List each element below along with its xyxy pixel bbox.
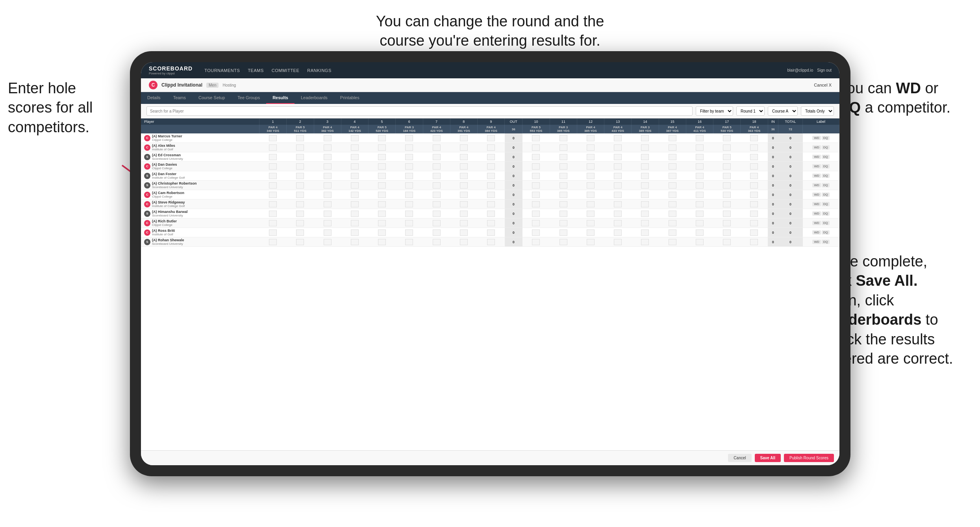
score-input-h1[interactable] <box>269 211 277 217</box>
hole-17-score[interactable] <box>713 162 741 171</box>
dq-button[interactable]: DQ <box>822 192 830 197</box>
score-input-h13[interactable] <box>614 135 622 141</box>
tab-leaderboards[interactable]: Leaderboards <box>295 92 334 104</box>
hole-6-score[interactable] <box>396 190 423 200</box>
score-input-h1[interactable] <box>269 163 277 170</box>
hole-16-score[interactable] <box>686 237 713 247</box>
score-input-h10[interactable] <box>532 135 540 141</box>
score-input-h5[interactable] <box>378 154 386 160</box>
hole-15-score[interactable] <box>659 181 686 190</box>
score-input-h6[interactable] <box>405 192 413 198</box>
hole-2-score[interactable] <box>287 228 314 237</box>
hole-10-score[interactable] <box>522 200 550 209</box>
tab-results[interactable]: Results <box>266 92 295 104</box>
score-input-h10[interactable] <box>532 163 540 170</box>
hole-18-score[interactable] <box>741 218 768 228</box>
hole-13-score[interactable] <box>604 181 632 190</box>
score-input-h9[interactable] <box>487 239 495 245</box>
score-input-h5[interactable] <box>378 239 386 245</box>
hole-8-score[interactable] <box>450 209 477 218</box>
hole-2-score[interactable] <box>287 209 314 218</box>
hole-17-score[interactable] <box>713 133 741 143</box>
score-input-h12[interactable] <box>587 163 595 170</box>
score-input-h4[interactable] <box>351 135 359 141</box>
score-input-h4[interactable] <box>351 144 359 151</box>
hole-10-score[interactable] <box>522 133 550 143</box>
hole-11-score[interactable] <box>550 143 577 152</box>
hole-17-score[interactable] <box>713 181 741 190</box>
hole-14-score[interactable] <box>632 162 659 171</box>
score-input-h11[interactable] <box>559 144 567 151</box>
wd-button[interactable]: WD <box>812 192 821 197</box>
score-input-h13[interactable] <box>614 192 622 198</box>
hole-12-score[interactable] <box>577 133 604 143</box>
score-input-h8[interactable] <box>460 135 468 141</box>
score-input-h11[interactable] <box>559 211 567 217</box>
hole-16-score[interactable] <box>686 162 713 171</box>
score-input-h6[interactable] <box>405 163 413 170</box>
score-input-h1[interactable] <box>269 192 277 198</box>
hole-1-score[interactable] <box>259 133 287 143</box>
hole-14-score[interactable] <box>632 171 659 181</box>
hole-4-score[interactable] <box>341 237 368 247</box>
score-input-h12[interactable] <box>587 239 595 245</box>
hole-6-score[interactable] <box>396 143 423 152</box>
score-input-h14[interactable] <box>641 211 649 217</box>
hole-1-score[interactable] <box>259 190 287 200</box>
hole-4-score[interactable] <box>341 152 368 162</box>
score-input-h9[interactable] <box>487 163 495 170</box>
hole-18-score[interactable] <box>741 181 768 190</box>
score-input-h18[interactable] <box>750 182 758 189</box>
score-input-h11[interactable] <box>559 135 567 141</box>
score-input-h12[interactable] <box>587 229 595 236</box>
hole-10-score[interactable] <box>522 228 550 237</box>
hole-8-score[interactable] <box>450 152 477 162</box>
score-input-h6[interactable] <box>405 201 413 207</box>
hole-17-score[interactable] <box>713 237 741 247</box>
hole-9-score[interactable] <box>478 181 505 190</box>
score-input-h6[interactable] <box>405 182 413 189</box>
score-input-h18[interactable] <box>750 220 758 226</box>
hole-7-score[interactable] <box>423 152 450 162</box>
score-input-h16[interactable] <box>696 239 704 245</box>
dq-button[interactable]: DQ <box>822 155 830 159</box>
score-input-h11[interactable] <box>559 220 567 226</box>
score-input-h17[interactable] <box>723 144 731 151</box>
score-input-h15[interactable] <box>669 239 676 245</box>
score-input-h9[interactable] <box>487 192 495 198</box>
score-input-h2[interactable] <box>296 135 304 141</box>
hole-10-score[interactable] <box>522 218 550 228</box>
score-input-h2[interactable] <box>296 201 304 207</box>
score-input-h4[interactable] <box>351 192 359 198</box>
hole-12-score[interactable] <box>577 171 604 181</box>
score-input-h6[interactable] <box>405 220 413 226</box>
score-input-h6[interactable] <box>405 144 413 151</box>
score-input-h18[interactable] <box>750 229 758 236</box>
wd-button[interactable]: WD <box>812 230 821 235</box>
hole-18-score[interactable] <box>741 162 768 171</box>
hole-10-score[interactable] <box>522 181 550 190</box>
hole-4-score[interactable] <box>341 133 368 143</box>
hole-11-score[interactable] <box>550 228 577 237</box>
score-input-h7[interactable] <box>433 211 441 217</box>
hole-6-score[interactable] <box>396 162 423 171</box>
score-input-h10[interactable] <box>532 211 540 217</box>
hole-11-score[interactable] <box>550 171 577 181</box>
score-input-h2[interactable] <box>296 182 304 189</box>
save-all-button[interactable]: Save All <box>755 454 781 462</box>
score-input-h1[interactable] <box>269 201 277 207</box>
score-input-h15[interactable] <box>669 220 676 226</box>
hole-6-score[interactable] <box>396 133 423 143</box>
score-input-h18[interactable] <box>750 211 758 217</box>
hole-15-score[interactable] <box>659 190 686 200</box>
score-input-h11[interactable] <box>559 154 567 160</box>
hole-4-score[interactable] <box>341 209 368 218</box>
score-input-h12[interactable] <box>587 211 595 217</box>
hole-9-score[interactable] <box>478 209 505 218</box>
hole-14-score[interactable] <box>632 152 659 162</box>
hole-16-score[interactable] <box>686 181 713 190</box>
hole-1-score[interactable] <box>259 218 287 228</box>
hole-8-score[interactable] <box>450 143 477 152</box>
hole-13-score[interactable] <box>604 237 632 247</box>
hole-14-score[interactable] <box>632 200 659 209</box>
